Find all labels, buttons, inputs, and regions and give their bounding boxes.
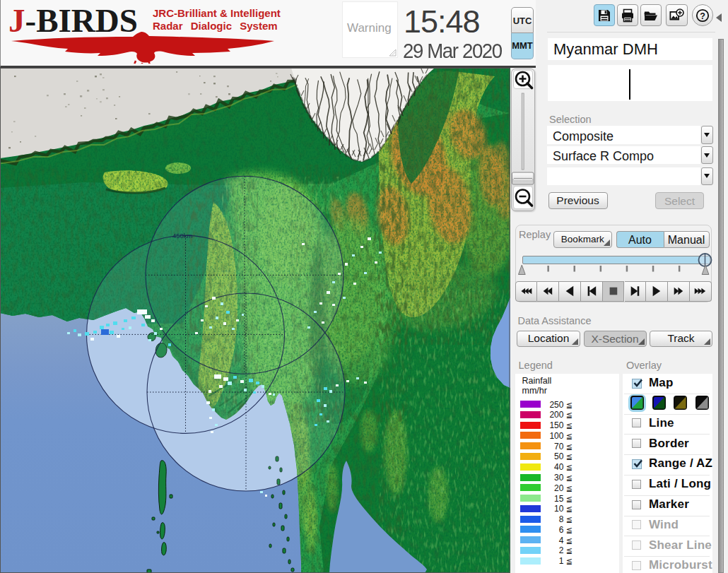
svg-text:450km: 450km [172,232,193,240]
svg-text:?: ? [700,11,705,20]
